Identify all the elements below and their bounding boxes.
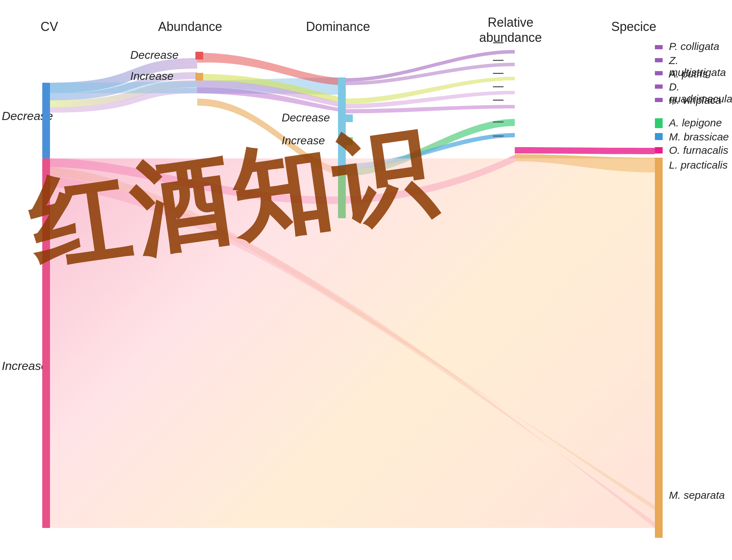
header-relative-abundance: Relativeabundance — [475, 15, 546, 45]
abundance-decrease-label: Decrease — [130, 49, 179, 62]
species-bar-a-lepigone — [655, 118, 663, 128]
header-species: Specice — [599, 19, 669, 34]
species-bar-p-colligata — [655, 45, 663, 49]
abundance-increase-square — [195, 73, 203, 81]
species-bar-z-multistrigata — [655, 58, 663, 62]
cv-decrease-bar — [42, 83, 50, 158]
rel-dash-m-brassicae — [493, 136, 503, 137]
chart-container: CV Abundance Dominance Relativeabundance… — [0, 0, 732, 560]
rel-dash-p-colligata — [493, 42, 503, 43]
abundance-decrease-square — [195, 52, 203, 59]
species-label-l-practicalis: L. practicalis — [669, 159, 728, 171]
species-bar-o-furnacalis — [655, 147, 663, 153]
species-label-a-putris: A. putris — [669, 68, 708, 80]
abundance-increase-label: Increase — [130, 70, 174, 83]
species-label-m-brassicae: M. brassicae — [669, 131, 729, 143]
species-label-h-viriplaca: H. viriplaca — [669, 94, 721, 106]
species-label-m-separata: M. separata — [669, 489, 725, 501]
rel-dash-d-quadrimaculalis — [493, 86, 503, 87]
header-cv: CV — [28, 19, 70, 34]
species-bar-m-brassicae — [655, 133, 663, 140]
species-label-a-lepigone: A. lepigone — [669, 117, 722, 129]
header-dominance: Dominance — [303, 19, 373, 34]
species-bar-h-viriplaca — [655, 98, 663, 102]
rel-dash-z-multistrigata — [493, 60, 503, 61]
species-bar-d-quadrimaculalis — [655, 84, 663, 89]
species-label-o-furnacalis: O. furnacalis — [669, 144, 728, 156]
rel-dash-h-viriplaca — [493, 100, 503, 101]
rel-dash-a-putris — [493, 73, 503, 74]
species-bar-a-putris — [655, 71, 663, 75]
header-abundance: Abundance — [155, 19, 225, 34]
species-label-p-colligata: P. colligata — [669, 40, 719, 52]
rel-dash-a-lepigone — [493, 121, 503, 122]
cv-increase-label: Increase — [2, 359, 48, 373]
species-bar-m-separata — [655, 158, 663, 538]
